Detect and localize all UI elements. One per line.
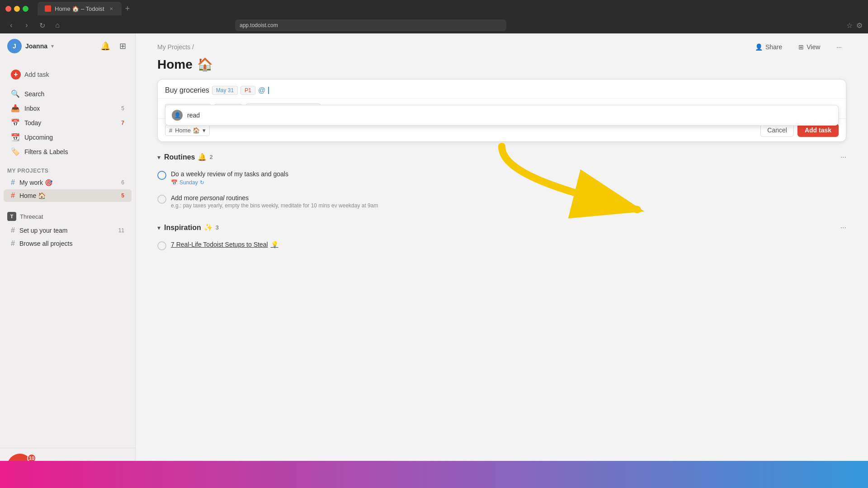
inspiration-count: 3 (216, 224, 219, 231)
project-item-setup-team[interactable]: # Set up your team 11 (4, 224, 132, 237)
more-options-icon: ··· (836, 43, 842, 51)
tab-favicon (45, 5, 51, 12)
task-checkbox[interactable] (157, 195, 166, 204)
sidebar-upcoming-label: Upcoming (24, 134, 124, 141)
extensions-icon[interactable]: ⚙ (856, 21, 863, 30)
share-button[interactable]: 👤 Share (750, 41, 787, 53)
view-button[interactable]: ⊞ View (794, 41, 825, 53)
active-tab[interactable]: Home 🏠 – Todoist ✕ (38, 2, 122, 15)
project-selector[interactable]: # Home 🏠 ▾ (165, 125, 210, 136)
project-item-my-work[interactable]: # My work 🎯 6 (4, 176, 132, 189)
threecat-section: T Threecat # Set up your team 11 # Brows… (0, 209, 135, 250)
share-label: Share (765, 43, 782, 51)
search-icon: 🔍 (11, 89, 20, 98)
task-description: e.g.: pay taxes yearly, empty the bins w… (171, 202, 846, 209)
task-date-text: Sunday (179, 179, 198, 186)
home-button[interactable]: ⌂ (52, 19, 63, 31)
inspiration-menu-icon[interactable]: ··· (840, 224, 846, 232)
sidebar-item-label: Search (24, 90, 124, 98)
browser-toolbar: ‹ › ↻ ⌂ app.todoist.com ☆ ⚙ (0, 17, 868, 33)
refresh-button[interactable]: ↻ (36, 19, 48, 31)
today-count: 7 (121, 120, 124, 126)
notification-bell-icon[interactable]: 🔔 (99, 39, 112, 53)
task-name: Do a weekly review of my tasks and goals (171, 170, 846, 178)
bottom-gradient-bar (0, 461, 868, 488)
table-row[interactable]: 7 Real-Life Todoist Setups to Steal 💡 (157, 237, 846, 254)
inbox-icon: 📥 (11, 104, 20, 113)
view-label: View (807, 43, 820, 51)
add-task-label: Add task (24, 71, 49, 78)
user-dropdown-icon: ▾ (51, 43, 54, 49)
task-checkbox[interactable] (157, 171, 166, 180)
calendar-small-icon: 📅 (171, 179, 178, 186)
sidebar-toggle-icon[interactable]: ⊞ (118, 39, 128, 53)
browse-all-label: Browse all projects (19, 240, 124, 247)
more-options-button[interactable]: ··· (832, 41, 846, 53)
task-name: Add more personal routines (171, 194, 846, 202)
sidebar-item-upcoming[interactable]: 📆 Upcoming (4, 130, 132, 144)
tab-close-button[interactable]: ✕ (108, 5, 114, 12)
setup-team-count: 11 (118, 227, 124, 234)
inspiration-task-icon: 💡 (271, 241, 278, 248)
sidebar-item-inbox[interactable]: 📥 Inbox 5 (4, 101, 132, 115)
sidebar-item-search[interactable]: 🔍 Search (4, 87, 132, 101)
project-hash-icon: # (11, 178, 15, 187)
task-meta: 📅 Sunday ↻ (171, 179, 846, 186)
traffic-light-red[interactable] (5, 6, 11, 12)
main-content: My Projects / 👤 Share ⊞ View ··· Home 🏠 (136, 33, 868, 488)
task-date-value: May 31 (216, 87, 234, 94)
inbox-count: 5 (121, 105, 124, 112)
project-item-home[interactable]: # Home 🏠 5 (4, 189, 132, 202)
setup-team-hash-icon: # (11, 226, 15, 235)
user-info[interactable]: J Joanna ▾ (7, 39, 54, 53)
main-actions: 👤 Share ⊞ View ··· (750, 41, 846, 53)
sidebar-item-today[interactable]: 📅 Today 7 (4, 116, 132, 130)
my-projects-header[interactable]: My Projects (0, 166, 135, 176)
new-tab-button[interactable]: + (122, 2, 134, 15)
star-icon[interactable]: ☆ (846, 21, 853, 30)
task-input-container: Buy groceries May 31 P1 @ 👤 read (157, 79, 846, 142)
forward-button[interactable]: › (21, 19, 33, 31)
sidebar-item-filters[interactable]: 🏷️ Filters & Labels (4, 145, 132, 159)
inspiration-task-list: 7 Real-Life Todoist Setups to Steal 💡 (157, 237, 846, 254)
inspiration-chevron-icon[interactable]: ▾ (157, 224, 160, 231)
inspiration-section: ▾ Inspiration ✨ 3 ··· 7 Real-Life Todois… (157, 223, 846, 254)
add-task-button[interactable]: + Add task (4, 66, 132, 83)
view-icon: ⊞ (798, 43, 804, 51)
sidebar-navigation: + Add task 🔍 Search 📥 Inbox 5 📅 Today 7 (0, 59, 135, 254)
threecat-name: Threecat (20, 213, 43, 220)
back-button[interactable]: ‹ (5, 19, 17, 31)
task-date-tag[interactable]: May 31 (212, 86, 238, 95)
address-bar[interactable]: app.todoist.com (235, 19, 506, 31)
add-task-plus-icon: + (11, 70, 21, 80)
routines-title-text: Routines (164, 153, 195, 161)
avatar: J (7, 39, 22, 53)
table-row[interactable]: Add more personal routines e.g.: pay tax… (157, 191, 846, 212)
task-text-area[interactable]: Buy groceries May 31 P1 @ (165, 86, 839, 95)
project-my-work-label: My work 🎯 (19, 179, 117, 186)
username-label: Joanna (25, 42, 47, 50)
task-checkbox[interactable] (157, 241, 166, 250)
autocomplete-item-read[interactable]: 👤 read (165, 105, 838, 125)
autocomplete-item-text: read (187, 112, 200, 119)
my-work-count: 6 (121, 179, 124, 186)
dropdown-arrow-icon: ▾ (203, 127, 206, 134)
traffic-light-green[interactable] (23, 6, 28, 12)
routines-section-header[interactable]: ▾ Routines 🔔 2 ··· (157, 153, 846, 161)
inspiration-section-icon: ✨ (204, 223, 213, 232)
breadcrumb: My Projects / (157, 43, 194, 51)
sidebar: J Joanna ▾ 🔔 ⊞ + Add task 🔍 Search 📥 (0, 33, 136, 488)
traffic-light-yellow[interactable] (14, 6, 20, 12)
routines-task-list: Do a weekly review of my tasks and goals… (157, 167, 846, 212)
routines-chevron-icon[interactable]: ▾ (157, 154, 160, 161)
autocomplete-item-icon: 👤 (172, 110, 183, 121)
inspiration-task-text: 7 Real-Life Todoist Setups to Steal (171, 241, 268, 248)
routines-menu-icon[interactable]: ··· (840, 153, 846, 161)
tab-title: Home 🏠 – Todoist (55, 5, 104, 12)
browser-chrome: Home 🏠 – Todoist ✕ + ‹ › ↻ ⌂ app.todoist… (0, 0, 868, 33)
inspiration-section-header[interactable]: ▾ Inspiration ✨ 3 ··· (157, 223, 846, 232)
project-item-browse-all[interactable]: # Browse all projects (4, 237, 132, 250)
project-hash-home-icon: # (11, 192, 15, 200)
table-row[interactable]: Do a weekly review of my tasks and goals… (157, 167, 846, 190)
task-priority-tag[interactable]: P1 (241, 86, 255, 95)
